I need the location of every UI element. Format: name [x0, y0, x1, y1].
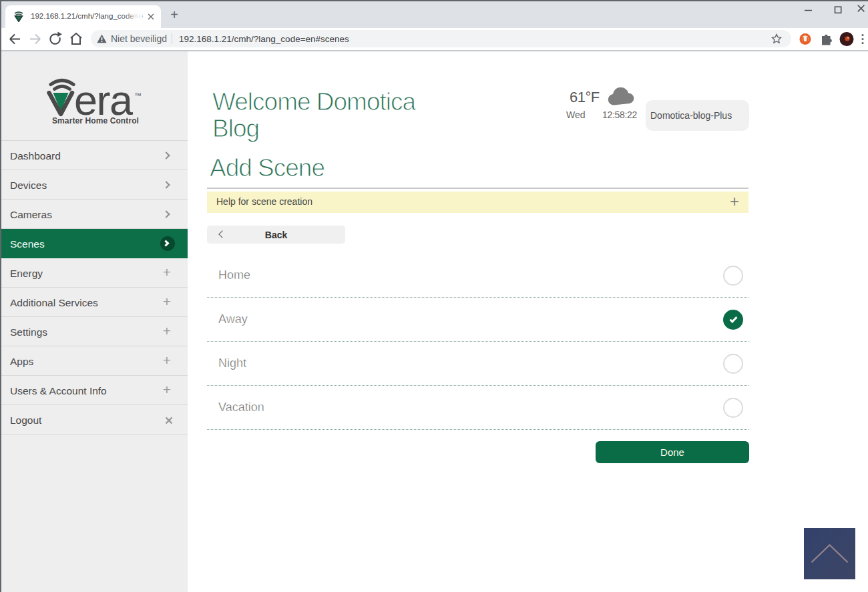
svg-text:Smarter Home Control: Smarter Home Control — [52, 116, 139, 125]
svg-text:™: ™ — [134, 91, 142, 99]
